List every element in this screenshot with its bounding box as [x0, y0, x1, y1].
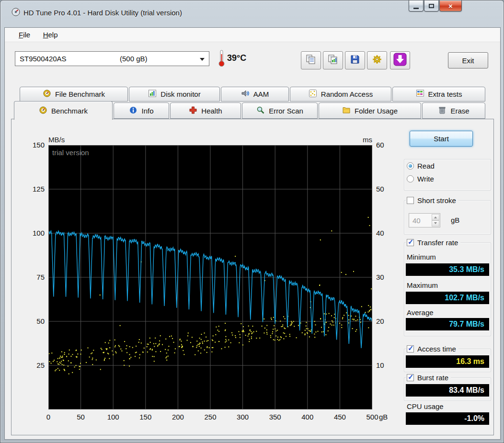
gb-unit-label: gB — [451, 216, 459, 224]
exit-label: Exit — [462, 57, 474, 65]
capture-button[interactable] — [390, 51, 410, 69]
exit-button[interactable]: Exit — [448, 52, 488, 68]
y-left-tick: 100 — [24, 229, 45, 237]
x-tick: 350 — [263, 413, 287, 421]
benchmark-plot — [48, 145, 372, 409]
menu-file[interactable]: File — [13, 28, 35, 42]
window-title: HD Tune Pro 4.01 - Hard Disk Utility (tr… — [23, 9, 182, 17]
x-tick: 50 — [69, 413, 93, 421]
maximize-button[interactable] — [424, 0, 439, 11]
y-right-tick: 10 — [376, 361, 395, 369]
y-right-tick: 50 — [376, 185, 395, 193]
copy-image-button[interactable] — [323, 51, 343, 69]
checkbox-icon — [407, 345, 414, 352]
x-tick: 150 — [134, 413, 158, 421]
y-left-tick: 50 — [24, 317, 45, 325]
tab-label: Benchmark — [51, 107, 88, 115]
y-left-axis-caption: MB/s — [48, 136, 65, 144]
dots-icon — [309, 89, 317, 99]
y-right-tick: 20 — [376, 317, 395, 325]
y-right-axis-caption: ms — [353, 136, 372, 144]
burst-rate-checkbox[interactable]: Burst rate — [406, 373, 451, 382]
tab-erase[interactable]: Erase — [422, 102, 485, 119]
cpu-usage-value: -1.0% — [406, 412, 489, 425]
options-button[interactable] — [367, 51, 387, 69]
tab-label: Erase — [450, 107, 469, 115]
tab-label: Info — [141, 107, 153, 115]
stroke-size-spinner[interactable]: 40 — [409, 213, 440, 227]
menu-bar: File Help — [5, 28, 500, 42]
minimize-button[interactable] — [409, 0, 424, 11]
tab-benchmark[interactable]: Benchmark — [14, 101, 113, 120]
maximize-icon — [429, 4, 434, 8]
x-tick: 450 — [328, 413, 352, 421]
checkbox-icon — [407, 239, 414, 246]
tab-file-benchmark[interactable]: File Benchmark — [20, 87, 128, 102]
transfer-rate-label: Transfer rate — [417, 239, 458, 247]
y-right-tick: 40 — [376, 229, 395, 237]
folder-icon — [342, 106, 351, 116]
tab-label: File Benchmark — [55, 90, 105, 98]
thermometer-icon — [217, 49, 226, 69]
app-window: HD Tune Pro 4.01 - Hard Disk Utility (tr… — [0, 0, 504, 443]
drive-select[interactable]: ST9500420AS (500 gB) — [15, 51, 209, 66]
tab-label: Error Scan — [269, 107, 303, 115]
spinner-down-icon — [434, 222, 437, 226]
short-stroke-label: Short stroke — [417, 196, 456, 204]
read-radio[interactable]: Read — [406, 161, 437, 170]
short-stroke-checkbox[interactable]: Short stroke — [406, 196, 458, 205]
copy-image-icon — [327, 54, 339, 67]
x-tick: 200 — [166, 413, 190, 421]
save-button[interactable] — [345, 51, 365, 69]
write-radio[interactable]: Write — [406, 174, 436, 183]
y-left-tick: 150 — [24, 141, 45, 149]
gauge-icon — [43, 89, 51, 99]
spinner-up-button[interactable] — [432, 214, 439, 220]
tab-aam[interactable]: AAM — [221, 87, 289, 102]
tab-label: Folder Usage — [355, 107, 398, 115]
tab-folder-usage[interactable]: Folder Usage — [319, 102, 421, 119]
x-tick: 250 — [198, 413, 222, 421]
tab-error-scan[interactable]: Error Scan — [242, 102, 318, 119]
access-time-label: Access time — [417, 345, 456, 353]
app-icon — [11, 7, 21, 19]
radio-icon — [407, 162, 414, 170]
tab-health[interactable]: Health — [170, 102, 241, 119]
copy-text-button[interactable] — [301, 51, 321, 69]
access-time-value: 16.3 ms — [406, 355, 489, 368]
tab-disk-monitor[interactable]: Disk monitor — [129, 87, 220, 102]
tab-label: AAM — [253, 90, 269, 98]
tab-info[interactable]: Info — [114, 102, 169, 119]
minimum-value: 35.3 MB/s — [406, 263, 489, 276]
read-label: Read — [417, 162, 435, 170]
menu-help[interactable]: Help — [38, 28, 63, 42]
minimize-icon — [413, 8, 419, 9]
x-tick: 100 — [101, 413, 125, 421]
tab-extra-tests[interactable]: Extra tests — [392, 87, 485, 102]
start-button[interactable]: Start — [410, 131, 473, 147]
drive-model: ST9500420AS — [15, 55, 67, 63]
grid-icon — [416, 89, 424, 99]
tab-label: Disk monitor — [160, 90, 200, 98]
minimum-label: Minimum — [407, 253, 438, 261]
tab-random-access[interactable]: Random Access — [290, 87, 391, 102]
info-icon — [129, 106, 137, 116]
y-left-tick: 25 — [24, 361, 45, 369]
y-left-tick: 75 — [24, 273, 45, 281]
close-icon: × — [448, 2, 453, 10]
maximum-label: Maximum — [407, 281, 440, 289]
close-button[interactable]: × — [439, 0, 462, 11]
maximum-value: 102.7 MB/s — [406, 292, 489, 304]
trial-watermark: trial version — [52, 148, 89, 157]
access-time-checkbox[interactable]: Access time — [406, 344, 458, 353]
average-value: 79.7 MB/s — [406, 318, 489, 330]
radio-icon — [407, 175, 414, 182]
copy-text-icon — [305, 54, 317, 67]
dropdown-arrow-icon — [200, 58, 205, 61]
cpu-usage-label: CPU usage — [407, 402, 446, 410]
speaker-icon — [241, 89, 250, 99]
transfer-rate-checkbox[interactable]: Transfer rate — [406, 238, 460, 247]
spinner-down-button[interactable] — [432, 220, 439, 227]
capture-icon — [393, 53, 407, 68]
x-tick: 0 — [36, 413, 60, 421]
